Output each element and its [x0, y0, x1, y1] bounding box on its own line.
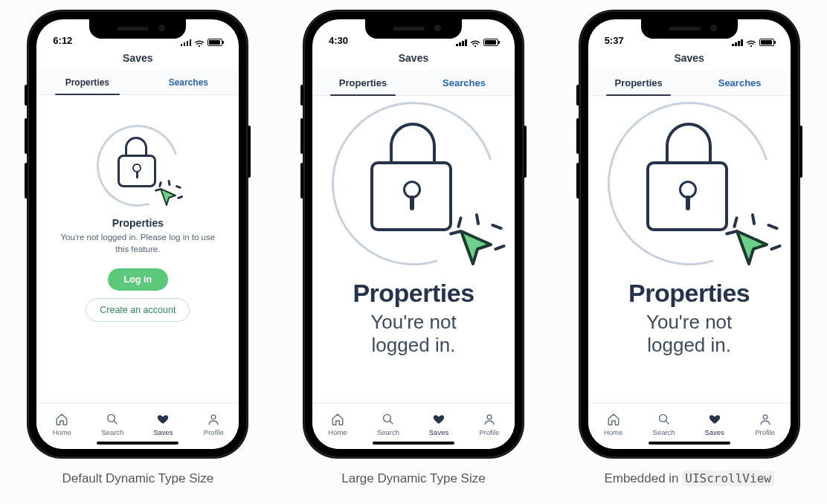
scrollable-content[interactable]: Properties You're not logged in.	[588, 96, 791, 403]
profile-icon	[207, 413, 220, 426]
tabbar-profile[interactable]: Profile	[464, 404, 515, 449]
tab-properties[interactable]: Properties	[588, 70, 689, 95]
page-title: Saves	[36, 48, 239, 70]
home-indicator[interactable]	[373, 442, 454, 445]
wifi-icon	[746, 39, 756, 46]
home-indicator[interactable]	[97, 442, 178, 445]
battery-icon	[207, 39, 222, 46]
home-indicator[interactable]	[649, 442, 730, 445]
profile-icon	[483, 413, 496, 426]
status-time: 4:30	[329, 35, 348, 46]
page-title: Saves	[312, 48, 515, 70]
heart-icon	[708, 413, 721, 426]
tabbar-home[interactable]: Home	[312, 404, 363, 449]
notch	[641, 19, 738, 39]
svg-point-3	[487, 415, 492, 419]
tabbar-home[interactable]: Home	[36, 404, 87, 449]
status-time: 6:12	[53, 35, 72, 46]
status-time: 5:37	[605, 35, 624, 46]
lock-illustration	[97, 125, 178, 207]
phone-default: 6:12 Saves Properties Searches	[28, 10, 248, 458]
tabbar-home[interactable]: Home	[588, 404, 639, 449]
phone-scrollview: 5:37 Saves Properties Searches	[579, 10, 799, 458]
empty-body: You're not logged in. Please log in to u…	[36, 232, 239, 255]
svg-point-5	[763, 415, 768, 419]
profile-icon	[759, 413, 772, 426]
home-icon	[607, 413, 620, 426]
wifi-icon	[470, 39, 480, 46]
battery-icon	[759, 39, 774, 46]
notch	[89, 19, 186, 39]
segmented-tabs: Properties Searches	[588, 70, 791, 96]
lock-illustration	[332, 102, 495, 265]
phone-large: 4:30 Saves Properties Searches	[303, 10, 524, 458]
empty-heading: Properties	[628, 279, 750, 308]
cursor-icon	[455, 225, 500, 270]
search-icon	[106, 413, 119, 426]
tab-searches[interactable]: Searches	[689, 70, 791, 95]
tab-properties[interactable]: Properties	[312, 70, 414, 95]
battery-icon	[483, 39, 498, 46]
cursor-icon	[731, 225, 776, 270]
empty-heading: Properties	[353, 279, 474, 308]
tabbar-profile[interactable]: Profile	[188, 404, 239, 449]
search-icon	[657, 413, 671, 426]
login-button[interactable]: Log in	[108, 268, 169, 291]
search-icon	[382, 413, 395, 426]
notch	[365, 19, 462, 39]
caption-large: Large Dynamic Type Size	[341, 471, 485, 486]
caption-default: Default Dynamic Type Size	[62, 471, 213, 486]
lock-illustration	[608, 102, 771, 265]
wifi-icon	[194, 39, 205, 46]
create-account-button[interactable]: Create an account	[86, 298, 190, 322]
caption-scrollview: Embedded in UIScrollView	[604, 471, 774, 486]
cursor-icon	[158, 186, 180, 208]
home-icon	[55, 413, 68, 426]
cellular-icon	[456, 39, 467, 46]
cellular-icon	[732, 39, 743, 46]
home-icon	[331, 413, 344, 426]
tab-properties[interactable]: Properties	[36, 70, 138, 94]
tab-searches[interactable]: Searches	[414, 70, 515, 95]
empty-body: You're not logged in.	[640, 311, 738, 357]
cellular-icon	[181, 39, 192, 46]
heart-icon	[156, 413, 170, 426]
page-title: Saves	[588, 48, 791, 70]
segmented-tabs: Properties Searches	[36, 70, 239, 95]
empty-heading: Properties	[112, 217, 164, 229]
tabbar-profile[interactable]: Profile	[740, 404, 791, 449]
segmented-tabs: Properties Searches	[312, 70, 515, 96]
heart-icon	[432, 413, 445, 426]
tab-searches[interactable]: Searches	[138, 70, 239, 94]
svg-point-1	[211, 415, 216, 419]
empty-body: You're not logged in.	[364, 311, 462, 357]
